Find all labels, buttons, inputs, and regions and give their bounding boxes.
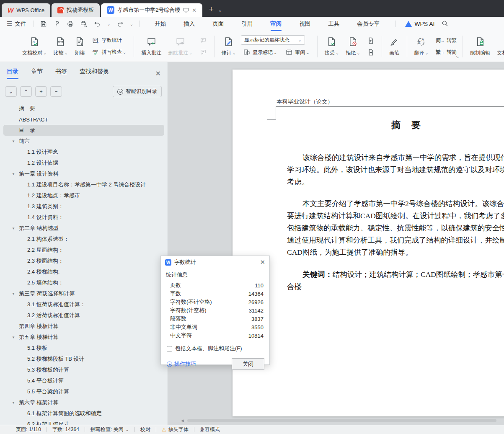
include-footnotes-option[interactable]: 包括文本框、脚注和尾注(F)	[161, 341, 269, 352]
print-icon[interactable]	[67, 20, 74, 28]
toc-item[interactable]: 2.5 墙体结构：	[3, 277, 164, 288]
monitor-icon[interactable]	[183, 7, 189, 13]
tab-list-chevron-icon[interactable]: ⌄	[218, 7, 222, 13]
close-icon[interactable]: ✕	[260, 258, 265, 266]
toc-item[interactable]: 2.3 楼面结构：	[3, 256, 164, 266]
status-item[interactable]: 字数: 14364	[52, 426, 79, 433]
toc-item[interactable]: ▼第六章 框架计算	[3, 397, 164, 408]
show-markup-button[interactable]: 显示标记⌄	[241, 47, 279, 58]
tab-document[interactable]: W 孝感市第一中学2号综合楼结构 ✕	[101, 3, 202, 17]
document-canvas[interactable]: 本科毕业设计（论文） 摘 要 该综合楼的建筑设计来自孝感市第一中学的需求，旨在提…	[168, 62, 504, 425]
read-aloud-button[interactable]: 朗读	[71, 34, 88, 59]
translate-button[interactable]: 文A 翻译⌄	[411, 34, 432, 59]
pane-tab[interactable]: 章节	[31, 68, 43, 79]
collapse-arrow-icon[interactable]: ▼	[11, 292, 16, 296]
close-icon[interactable]: ✕	[155, 70, 161, 78]
tips-link[interactable]: 操作技巧	[167, 360, 196, 368]
menu-item[interactable]: 会员专享	[356, 17, 380, 31]
menu-item[interactable]: 页面	[212, 17, 225, 31]
toc-item[interactable]: 5.2 楼梯梯段板 TB 设计	[3, 354, 164, 364]
undo-button[interactable]	[93, 20, 101, 28]
toc-item[interactable]: 摘 要	[3, 103, 164, 114]
status-item[interactable]: 校对	[140, 426, 150, 433]
collapse-arrow-icon[interactable]: ▼	[11, 336, 16, 339]
compare-button[interactable]: 比较⌄	[50, 34, 71, 59]
toc-item[interactable]: 1.2 建设地点：孝感市	[3, 190, 164, 201]
group-expand-icon[interactable]: ↘	[455, 54, 459, 59]
toc-item[interactable]: 3.1 恒荷载标准值计算：	[3, 299, 164, 310]
collapse-arrow-icon[interactable]: ▼	[11, 140, 16, 143]
status-item[interactable]: 页面: 1/110	[16, 426, 41, 433]
toc-item[interactable]: 3.2 活荷载标准值计算	[3, 310, 164, 321]
collapse-arrow-icon[interactable]: ▼	[11, 172, 16, 176]
toc-item[interactable]: 5.1 楼板	[3, 343, 164, 354]
toc-item[interactable]: 2.4 楼梯结构:	[3, 266, 164, 277]
markup-state-dropdown[interactable]: 显示标记的最终状态 ⌄	[241, 35, 305, 45]
toc-item[interactable]: 1.2 设计依据	[3, 158, 164, 168]
toc-item[interactable]: 5.3 楼梯板的计算	[3, 364, 164, 375]
smart-toc-button[interactable]: 智能识别目录	[113, 86, 162, 97]
close-icon[interactable]: ✕	[192, 7, 196, 13]
collapse-arrow-icon[interactable]: ▼	[11, 227, 16, 230]
document-page[interactable]: 本科毕业设计（论文） 摘 要 该综合楼的建筑设计来自孝感市第一中学的需求，旨在提…	[233, 70, 504, 416]
toc-item[interactable]: 5.4 平台板计算	[3, 375, 164, 386]
menu-item[interactable]: 开始	[154, 17, 167, 31]
restrict-editing-button[interactable]: 限制编辑	[467, 34, 494, 59]
word-count-button[interactable]: 12 字数统计	[90, 35, 128, 46]
toc-item[interactable]: ▼第五章 楼梯计算	[3, 332, 164, 343]
pane-tab[interactable]: 书签	[55, 68, 67, 79]
toc-item[interactable]: 5.5 平台梁的计算	[3, 386, 164, 397]
toc-item[interactable]: ABSTRACT	[3, 114, 164, 125]
zoom-in-button[interactable]: ＋	[35, 86, 47, 97]
next-change-button[interactable]	[365, 47, 376, 57]
undo-chevron-icon[interactable]: ⌄	[107, 22, 110, 26]
checkbox[interactable]	[167, 346, 172, 351]
expand-all-button[interactable]: ⌄	[5, 86, 17, 97]
status-item[interactable]: 兼容模式	[200, 426, 220, 433]
doc-proofing-button[interactable]: a 文档校对⌄	[19, 34, 50, 59]
toc-item[interactable]: 目 录	[3, 125, 164, 136]
new-tab-button[interactable]: +	[209, 4, 214, 14]
menu-item[interactable]: 视图	[298, 17, 311, 31]
pane-tab[interactable]: 查找和替换	[80, 68, 109, 79]
horizontal-scrollbar[interactable]: ◀	[168, 418, 504, 423]
toc-item[interactable]: 6.2 框架几何尺寸	[3, 419, 164, 425]
print-preview-icon[interactable]	[80, 20, 88, 28]
collapse-all-button[interactable]: ⌃	[20, 86, 32, 97]
toc-item[interactable]: ▼第一章 设计资料	[3, 168, 164, 179]
previous-change-button[interactable]	[365, 35, 376, 46]
toc-item[interactable]: ▼第二章 结构选型	[3, 223, 164, 234]
close-button[interactable]: 关闭	[232, 358, 264, 370]
menu-item[interactable]: 引用	[240, 17, 253, 31]
track-changes-button[interactable]: 修订⌄	[218, 34, 239, 59]
toolbar-options-chevron-icon[interactable]: ⌄	[130, 22, 133, 26]
scroll-left-arrow-icon[interactable]: ◀	[181, 418, 184, 423]
menu-item[interactable]: 工具	[327, 17, 340, 31]
collapse-arrow-icon[interactable]: ▼	[11, 401, 16, 405]
toc-item[interactable]: ▼第三章 荷载选择和计算	[3, 288, 164, 299]
menu-item[interactable]: 插入	[183, 17, 196, 31]
traditional-to-simplified-button[interactable]: 繁→ 转简	[434, 47, 459, 57]
insert-comment-button[interactable]: 插入批注	[138, 34, 165, 59]
encrypt-document-button[interactable]: 文档加密	[494, 34, 504, 59]
toc-item[interactable]: 2.1 构体系选型：	[3, 234, 164, 245]
zoom-out-button[interactable]: －	[50, 86, 62, 97]
toc-item[interactable]: 2.2 屋面结构：	[3, 245, 164, 256]
scrollbar-thumb[interactable]	[187, 419, 496, 422]
toc-item[interactable]: 6.1 框架计算简图的选取和确定	[3, 408, 164, 419]
toc-item[interactable]: 第四章 楼板计算	[3, 321, 164, 332]
reject-change-button[interactable]: 拒绝⌄	[342, 34, 363, 59]
menu-item[interactable]: 审阅	[269, 17, 282, 31]
toc-item[interactable]: 1.1 设计理念	[3, 147, 164, 158]
export-pdf-icon[interactable]	[53, 20, 61, 28]
tab-template-store[interactable]: 找稿壳模板	[52, 3, 100, 17]
search-icon[interactable]	[441, 20, 449, 28]
status-item[interactable]: 拼写检查: 关闭⌄	[90, 426, 129, 433]
save-icon[interactable]	[40, 20, 47, 28]
wps-ai-button[interactable]: WPS AI	[405, 21, 434, 27]
toc-item[interactable]: ▼前言	[3, 136, 164, 147]
accept-change-button[interactable]: 接受⌄	[321, 34, 342, 59]
pane-tab[interactable]: 目录	[7, 68, 18, 79]
spell-check-button[interactable]: ABC 拼写检查⌄	[90, 47, 128, 57]
file-menu-button[interactable]: ☰ 文件	[0, 20, 31, 28]
